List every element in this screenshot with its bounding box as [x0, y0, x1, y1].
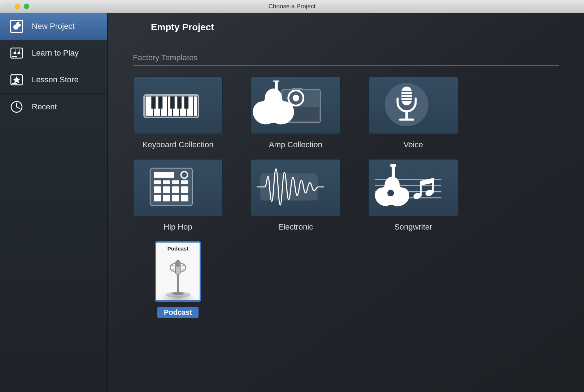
svg-line-77	[171, 269, 174, 271]
svg-rect-56	[163, 195, 170, 201]
sidebar-item-new-project[interactable]: New Project	[0, 13, 107, 40]
svg-rect-72	[177, 274, 179, 293]
template-keyboard-collection[interactable]: Keyboard Collection	[133, 77, 223, 150]
svg-rect-37	[401, 87, 411, 105]
svg-rect-17	[151, 96, 156, 108]
star-badge-icon	[9, 73, 24, 87]
sidebar-item-label: Lesson Store	[32, 75, 79, 84]
svg-rect-49	[172, 180, 179, 184]
waveform-icon	[251, 163, 340, 213]
template-podcast[interactable]: Podcast	[133, 241, 223, 318]
svg-rect-57	[172, 195, 179, 201]
main-header: Empty Project	[133, 13, 559, 36]
svg-rect-48	[163, 180, 170, 184]
svg-point-73	[172, 292, 184, 295]
svg-rect-45	[154, 172, 174, 178]
svg-rect-66	[390, 164, 396, 167]
svg-line-76	[182, 265, 184, 266]
svg-rect-6	[16, 49, 16, 53]
window-title: Choose a Project	[0, 3, 584, 10]
main-container: New Project Learn to Play	[0, 13, 584, 392]
sidebar-item-label: Recent	[32, 102, 57, 112]
svg-rect-80	[175, 260, 180, 267]
svg-rect-8	[19, 49, 20, 53]
template-label: Podcast	[157, 307, 199, 318]
svg-rect-47	[154, 180, 161, 184]
svg-rect-21	[184, 96, 189, 108]
svg-rect-52	[163, 186, 170, 193]
sidebar-item-recent[interactable]: Recent	[0, 93, 107, 120]
template-amp-collection[interactable]: Amp Collection	[250, 77, 341, 150]
svg-rect-20	[177, 96, 182, 108]
clock-icon	[9, 100, 24, 114]
template-electronic[interactable]: Electronic	[250, 159, 341, 232]
svg-rect-43	[399, 118, 414, 121]
sidebar: New Project Learn to Play	[0, 13, 108, 392]
microphone-icon	[369, 80, 458, 130]
template-songwriter[interactable]: Songwriter	[368, 159, 458, 232]
svg-line-14	[17, 107, 20, 109]
sidebar-item-label: Learn to Play	[32, 48, 79, 58]
svg-rect-18	[158, 96, 163, 108]
template-label: Electronic	[274, 222, 318, 232]
template-label: Hip Hop	[159, 222, 196, 232]
titlebar: Choose a Project	[0, 0, 584, 13]
drum-machine-icon	[134, 163, 222, 213]
svg-rect-65	[392, 165, 395, 180]
svg-rect-19	[170, 96, 175, 108]
template-grid: Keyboard Collection	[133, 77, 559, 318]
podcast-inner-title: Podcast	[167, 245, 188, 252]
sidebar-item-learn-to-play[interactable]: Learn to Play	[0, 40, 107, 66]
template-label: Songwriter	[390, 222, 436, 232]
svg-rect-33	[292, 88, 302, 90]
guitar-amp-icon	[251, 80, 340, 130]
svg-point-64	[387, 190, 394, 196]
svg-rect-35	[273, 80, 279, 82]
svg-rect-58	[181, 195, 188, 201]
template-label: Amp Collection	[265, 139, 327, 150]
svg-point-32	[293, 95, 299, 101]
svg-rect-54	[181, 186, 188, 193]
guitar-tile-icon	[9, 19, 24, 34]
studio-mic-icon	[156, 254, 200, 301]
template-label: Keyboard Collection	[138, 139, 218, 150]
sheet-music-icon	[9, 46, 24, 60]
svg-rect-51	[154, 186, 161, 193]
podcast-tile: Podcast	[155, 241, 201, 302]
template-label: Voice	[399, 139, 427, 150]
template-voice[interactable]: Voice	[368, 77, 458, 150]
template-hip-hop[interactable]: Hip Hop	[133, 159, 223, 232]
sidebar-item-label: New Project	[32, 22, 75, 31]
svg-rect-50	[181, 180, 188, 184]
svg-rect-55	[154, 195, 161, 201]
svg-line-78	[182, 269, 184, 271]
svg-rect-34	[275, 80, 278, 93]
svg-rect-53	[172, 186, 179, 193]
main-panel: Empty Project Factory Templates	[108, 13, 584, 392]
piano-keys-icon	[134, 80, 222, 130]
svg-rect-42	[405, 111, 408, 119]
sidebar-item-lesson-store[interactable]: Lesson Store	[0, 66, 107, 93]
svg-line-75	[171, 265, 174, 266]
section-title-factory-templates: Factory Templates	[133, 53, 559, 66]
acoustic-notes-icon	[369, 163, 458, 213]
